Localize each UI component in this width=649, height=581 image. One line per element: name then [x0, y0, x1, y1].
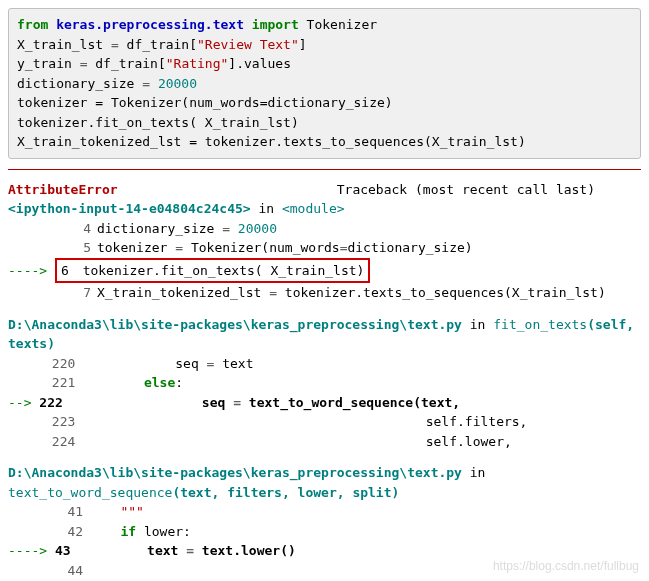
code-line-5: tokenizer = Tokenizer(num_words=dictiona… — [17, 93, 632, 113]
code-line-1: from keras.preprocessing.text import Tok… — [17, 15, 632, 35]
code-line-2: X_train_lst = df_train["Review Text"] — [17, 35, 632, 55]
tb-line-220: 220 seq = text — [8, 354, 641, 374]
code-line-3: y_train = df_train["Rating"].values — [17, 54, 632, 74]
tb-line-222: --> 222 seq = text_to_word_sequence(text… — [8, 393, 641, 413]
code-line-4: dictionary_size = 20000 — [17, 74, 632, 94]
traceback-frame-2: D:\Anaconda3\lib\site-packages\keras_pre… — [8, 463, 641, 581]
traceback: AttributeError Traceback (most recent ca… — [8, 180, 641, 303]
code-input-cell: from keras.preprocessing.text import Tok… — [8, 8, 641, 159]
tb-line-5: 5tokenizer = Tokenizer(num_words=diction… — [8, 238, 641, 258]
tb-line-43: ----> 43 text = text.lower() — [8, 541, 641, 561]
tb-line-41: 41 """ — [8, 502, 641, 522]
tb-frame-2-loc: D:\Anaconda3\lib\site-packages\keras_pre… — [8, 463, 641, 502]
traceback-frame-1: D:\Anaconda3\lib\site-packages\keras_pre… — [8, 315, 641, 452]
traceback-frame-0-loc: <ipython-input-14-e04804c24c45> in <modu… — [8, 199, 641, 219]
tb-line-224: 224 self.lower, — [8, 432, 641, 452]
tb-line-223: 223 self.filters, — [8, 412, 641, 432]
tb-line-42: 42 if lower: — [8, 522, 641, 542]
tb-line-6: ----> 6 tokenizer.fit_on_texts( X_train_… — [8, 258, 641, 284]
traceback-header: AttributeError Traceback (most recent ca… — [8, 180, 641, 200]
code-line-6: tokenizer.fit_on_texts( X_train_lst) — [17, 113, 632, 133]
traceback-separator — [8, 169, 641, 170]
tb-frame-1-loc: D:\Anaconda3\lib\site-packages\keras_pre… — [8, 315, 641, 354]
tb-line-7: 7X_train_tokenized_lst = tokenizer.texts… — [8, 283, 641, 303]
code-line-7: X_train_tokenized_lst = tokenizer.texts_… — [17, 132, 632, 152]
tb-line-44: 44 — [8, 561, 641, 581]
tb-line-221: 221 else: — [8, 373, 641, 393]
tb-line-4: 4dictionary_size = 20000 — [8, 219, 641, 239]
